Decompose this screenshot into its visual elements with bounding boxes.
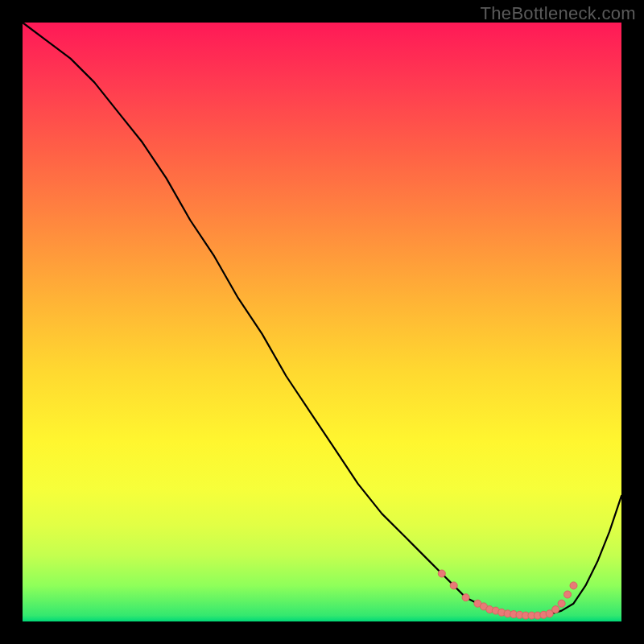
curve-dot	[552, 606, 559, 613]
chart-frame: TheBottleneck.com	[0, 0, 644, 644]
curve-dot	[450, 582, 457, 589]
watermark-text: TheBottleneck.com	[481, 3, 636, 24]
chart-overlay	[23, 23, 621, 621]
curve-dot	[570, 582, 577, 589]
curve-dot	[462, 594, 469, 601]
curve-dot	[438, 570, 445, 577]
bottleneck-curve	[23, 23, 621, 616]
curve-dot-markers	[438, 570, 577, 619]
curve-dot	[558, 600, 565, 607]
main-curve-line	[23, 23, 621, 616]
curve-dot	[564, 591, 572, 598]
